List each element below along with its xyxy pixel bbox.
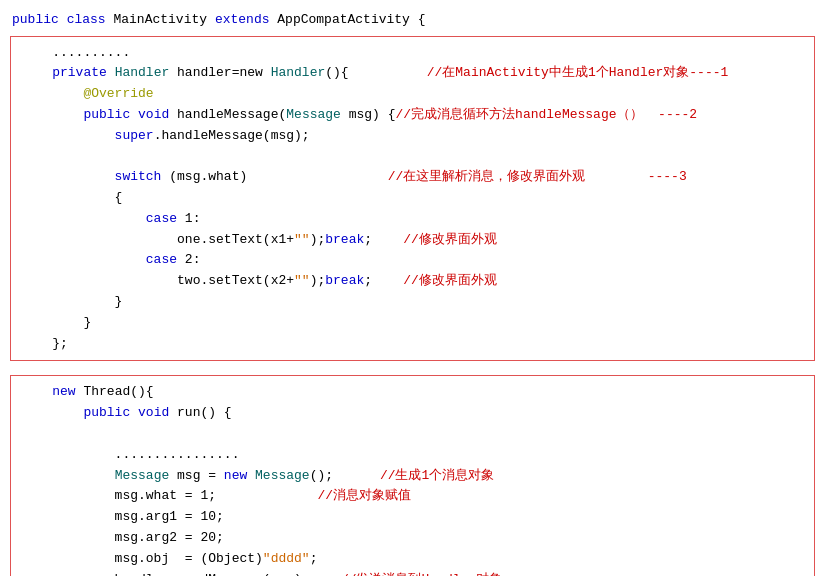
code-line: Message msg = new Message (); //生成1个消息对象 [21,466,804,487]
header-line: public class MainActivity extends AppCom… [0,8,825,32]
code-line: one.setText(x1+ "" ); break ; //修改界面外观 [21,230,804,251]
code-line [21,424,804,445]
keyword-extends: extends [215,12,270,27]
code-line [21,146,804,167]
code-line: case 1: [21,209,804,230]
code-line: two.setText(x2+ "" ); break ; //修改界面外观 [21,271,804,292]
code-line: public void run() { [21,403,804,424]
code-line-switch: switch (msg.what) //在这里解析消息，修改界面外观 ----3 [21,167,804,188]
code-line: } [21,313,804,334]
code-line: handler.sendMessage(msg); //发送消息到Handler… [21,570,804,576]
code-line: .......... [21,43,804,64]
code-line: msg.arg2 = 20; [21,528,804,549]
code-line: super .handleMessage(msg); [21,126,804,147]
code-line: new Thread(){ [21,382,804,403]
code-line: msg.arg1 = 10; [21,507,804,528]
code-line: msg.what = 1; //消息对象赋值 [21,486,804,507]
code-line: msg.obj = (Object) "dddd" ; [21,549,804,570]
code-line: public void handleMessage( Message msg) … [21,105,804,126]
code-line: @Override [21,84,804,105]
page-container: public class MainActivity extends AppCom… [0,0,825,576]
code-line: }; [21,334,804,355]
code-line: ................ [21,445,804,466]
code-line: } [21,292,804,313]
code-line: case 2: [21,250,804,271]
keyword-class: class [67,12,106,27]
code-line: private Handler handler=new Handler (){ … [21,63,804,84]
code-line: { [21,188,804,209]
code-block-2: new Thread(){ public void run() { ......… [10,375,815,576]
block-gap [0,365,825,371]
keyword-public: public [12,12,59,27]
code-block-1: .......... private Handler handler=new H… [10,36,815,362]
